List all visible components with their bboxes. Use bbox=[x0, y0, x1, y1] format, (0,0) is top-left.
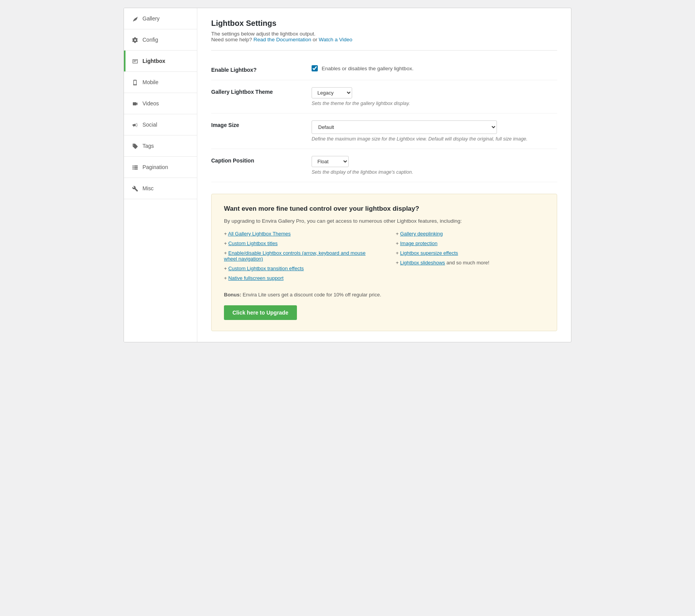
sidebar-item-label-misc: Misc bbox=[142, 185, 154, 191]
sidebar-item-videos[interactable]: Videos bbox=[124, 93, 197, 114]
feature-link-6[interactable]: Gallery deeplinking bbox=[400, 231, 443, 237]
feature-item-4: + Custom Lightbox transition effects bbox=[224, 266, 373, 271]
sidebar-item-label-gallery: Gallery bbox=[142, 15, 159, 22]
pagination-icon bbox=[132, 164, 139, 171]
feature-suffix-9: and so much more! bbox=[445, 260, 490, 266]
caption-position-control: Float Below Over None Sets the display o… bbox=[312, 156, 557, 175]
sidebar-item-label-videos: Videos bbox=[142, 100, 159, 107]
image-size-select[interactable]: Default Thumbnail Medium Large Full Size bbox=[312, 120, 497, 134]
sidebar-item-mobile[interactable]: Mobile bbox=[124, 72, 197, 93]
page-title: Lightbox Settings bbox=[211, 19, 557, 28]
settings-row-theme: Gallery Lightbox Theme Legacy Dark Light… bbox=[211, 80, 557, 113]
feature-link-9[interactable]: Lightbox slideshows bbox=[400, 260, 445, 266]
subtitle-text: The settings below adjust the lightbox o… bbox=[211, 31, 315, 37]
read-docs-link[interactable]: Read the Documentation bbox=[254, 37, 311, 42]
feature-link-8[interactable]: Lightbox supersize effects bbox=[400, 250, 458, 256]
feature-item-6: + Gallery deeplinking bbox=[396, 231, 544, 237]
feature-link-3[interactable]: Enable/disable Lightbox controls (arrow,… bbox=[224, 250, 366, 262]
feature-link-2[interactable]: Custom Lightbox titles bbox=[228, 240, 278, 246]
feature-item-5: + Native fullscreen support bbox=[224, 275, 373, 281]
sidebar-item-label-mobile: Mobile bbox=[142, 79, 158, 85]
page-wrapper: Gallery Config Lightbox bbox=[124, 8, 571, 342]
theme-select[interactable]: Legacy Dark Light Minimal bbox=[312, 87, 352, 98]
feature-item-3: + Enable/disable Lightbox controls (arro… bbox=[224, 250, 373, 262]
upgrade-bonus-text: Envira Lite users get a discount code fo… bbox=[242, 292, 381, 298]
feature-link-5[interactable]: Native fullscreen support bbox=[228, 275, 283, 281]
settings-row-caption-position: Caption Position Float Below Over None S… bbox=[211, 149, 557, 182]
sidebar-item-label-pagination: Pagination bbox=[142, 164, 168, 170]
upgrade-title: Want even more fine tuned control over y… bbox=[224, 205, 544, 213]
caption-position-description: Sets the display of the lightbox image's… bbox=[312, 169, 557, 175]
mobile-icon bbox=[132, 79, 139, 86]
sidebar-item-social[interactable]: Social bbox=[124, 114, 197, 135]
upgrade-button[interactable]: Click here to Upgrade bbox=[224, 305, 297, 320]
enable-lightbox-control: Enables or disables the gallery lightbox… bbox=[312, 65, 557, 71]
theme-control: Legacy Dark Light Minimal Sets the theme… bbox=[312, 87, 557, 106]
sidebar-item-pagination[interactable]: Pagination bbox=[124, 157, 197, 178]
settings-row-enable-lightbox: Enable Lightbox? Enables or disables the… bbox=[211, 58, 557, 80]
sidebar-item-misc[interactable]: Misc bbox=[124, 178, 197, 199]
upgrade-bonus: Bonus: Envira Lite users get a discount … bbox=[224, 292, 544, 298]
enable-lightbox-checkbox[interactable] bbox=[312, 65, 318, 71]
upgrade-features: + All Gallery Lightbox Themes + Custom L… bbox=[224, 231, 544, 285]
sidebar-item-config[interactable]: Config bbox=[124, 29, 197, 51]
feature-item-8: + Lightbox supersize effects bbox=[396, 250, 544, 256]
sidebar-item-label-social: Social bbox=[142, 122, 157, 128]
settings-row-image-size: Image Size Default Thumbnail Medium Larg… bbox=[211, 113, 557, 149]
watch-video-link[interactable]: Watch a Video bbox=[319, 37, 352, 42]
tag-icon bbox=[132, 142, 139, 149]
feature-item-9: + Lightbox slideshows and so much more! bbox=[396, 260, 544, 266]
leaf-icon bbox=[132, 15, 139, 22]
content-area: Lightbox Settings The settings below adj… bbox=[197, 8, 571, 342]
feature-link-4[interactable]: Custom Lightbox transition effects bbox=[228, 266, 304, 271]
caption-position-select[interactable]: Float Below Over None bbox=[312, 156, 349, 167]
feature-item-2: + Custom Lightbox titles bbox=[224, 240, 373, 246]
upgrade-col-2: + Gallery deeplinking + Image protection… bbox=[396, 231, 544, 285]
sidebar-item-tags[interactable]: Tags bbox=[124, 135, 197, 157]
image-size-label: Image Size bbox=[211, 120, 296, 128]
upgrade-col-1: + All Gallery Lightbox Themes + Custom L… bbox=[224, 231, 373, 285]
theme-label: Gallery Lightbox Theme bbox=[211, 87, 296, 95]
theme-description: Sets the theme for the gallery lightbox … bbox=[312, 101, 557, 106]
upgrade-box: Want even more fine tuned control over y… bbox=[211, 194, 557, 331]
video-icon bbox=[132, 100, 139, 107]
enable-lightbox-label: Enable Lightbox? bbox=[211, 65, 296, 73]
help-prefix: Need some help? bbox=[211, 37, 252, 42]
frame-icon bbox=[132, 58, 139, 64]
enable-lightbox-checkbox-text: Enables or disables the gallery lightbox… bbox=[322, 66, 414, 71]
sidebar: Gallery Config Lightbox bbox=[124, 8, 197, 342]
sidebar-item-label-tags: Tags bbox=[142, 143, 154, 149]
sidebar-item-lightbox[interactable]: Lightbox bbox=[124, 51, 197, 72]
upgrade-description: By upgrading to Envira Gallery Pro, you … bbox=[224, 218, 544, 224]
gear-icon bbox=[132, 36, 139, 43]
wrench-icon bbox=[132, 185, 139, 192]
caption-position-label: Caption Position bbox=[211, 156, 296, 164]
page-subtitle: The settings below adjust the lightbox o… bbox=[211, 31, 557, 42]
megaphone-icon bbox=[132, 121, 139, 128]
feature-link-1[interactable]: All Gallery Lightbox Themes bbox=[228, 231, 291, 237]
image-size-description: Define the maximum image size for the Li… bbox=[312, 136, 557, 142]
main-container: Gallery Config Lightbox bbox=[124, 8, 571, 342]
sidebar-item-gallery[interactable]: Gallery bbox=[124, 8, 197, 29]
feature-item-7: + Image protection bbox=[396, 240, 544, 246]
feature-link-7[interactable]: Image protection bbox=[400, 240, 437, 246]
help-or: or bbox=[313, 37, 317, 42]
feature-item-1: + All Gallery Lightbox Themes bbox=[224, 231, 373, 237]
sidebar-item-label-config: Config bbox=[142, 37, 158, 43]
checkbox-row: Enables or disables the gallery lightbox… bbox=[312, 65, 557, 71]
section-divider bbox=[211, 50, 557, 51]
image-size-control: Default Thumbnail Medium Large Full Size… bbox=[312, 120, 557, 142]
sidebar-item-label-lightbox: Lightbox bbox=[142, 58, 165, 64]
